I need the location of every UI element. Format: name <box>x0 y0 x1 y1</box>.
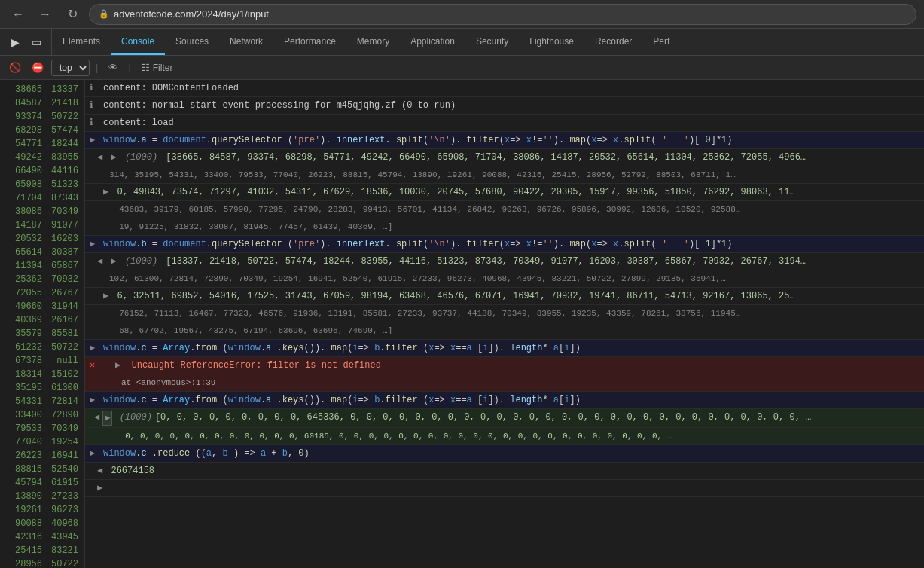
list-item: 7704019254 <box>0 435 84 449</box>
browser-bar: ← → ↻ 🔒 adventofcode.com/2024/day/1/inpu… <box>0 0 924 29</box>
list-item: 4924283955 <box>0 151 84 164</box>
list-item: 2053216203 <box>0 232 84 246</box>
list-item: 5477118244 <box>0 137 84 151</box>
list-item: 6649044116 <box>0 164 84 178</box>
back-button[interactable]: ← <box>8 4 29 25</box>
list-item: 2536270932 <box>0 273 84 286</box>
tab-list: Elements Console Sources Network Perform… <box>52 29 680 55</box>
console-output[interactable]: ℹ content: DOMContentLoaded ℹ content: n… <box>85 80 924 568</box>
list-item: 9337450722 <box>0 110 84 124</box>
list-item: 1926196273 <box>0 503 84 517</box>
console-error-1b: at <anonymous>:1:39 <box>85 374 924 392</box>
final-value: 26674158 <box>111 466 154 476</box>
list-item: 3340072890 <box>0 408 84 422</box>
inspect-icon[interactable]: ▶ <box>6 33 24 51</box>
toolbar-separator: | <box>96 62 98 73</box>
tab-sources[interactable]: Sources <box>165 29 219 55</box>
list-item: 4966031944 <box>0 300 84 313</box>
cmd-prefix-4: ▶ <box>90 393 95 407</box>
console-cmd-2: ▶ window.b = document.querySelector ('pr… <box>85 236 924 253</box>
tab-lighthouse[interactable]: Lighthouse <box>519 29 584 55</box>
list-item: 1130465867 <box>0 259 84 273</box>
list-item: 5433172814 <box>0 395 84 408</box>
console-cmd-1: ▶ window.a = document.querySelector ('pr… <box>85 132 924 149</box>
url-text: adventofcode.com/2024/day/1/input <box>114 8 269 20</box>
filter-button[interactable]: ☷ Filter <box>137 61 178 75</box>
console-result-4: ◀ ▶ (1000) [0, 0, 0, 0, 0, 0, 0, 0, 0, 6… <box>85 409 924 428</box>
left-numbers-panel: 3866513337845872141893374507226829857474… <box>0 80 85 568</box>
info-prefix-2: ℹ <box>90 99 93 112</box>
list-item: 4579461915 <box>0 476 84 490</box>
list-item: 3557985581 <box>0 327 84 340</box>
tab-security[interactable]: Security <box>465 29 519 55</box>
devtools-panel: ▶ ▭ Elements Console Sources Network Per… <box>0 29 924 568</box>
filter-toggle-button[interactable]: ⛔ <box>29 59 47 77</box>
console-error-1: ✕ ▶ Uncaught ReferenceError: filter is n… <box>85 357 924 374</box>
tab-perf2[interactable]: Perf <box>642 29 680 55</box>
list-item: 9008840968 <box>0 517 84 530</box>
list-item: 6829857474 <box>0 124 84 137</box>
console-result-1c: ▶ 0, 49843, 73574, 71297, 41032, 54311, … <box>85 184 924 201</box>
console-result-1b: 314, 35195, 54331, 33400, 79533, 77040, … <box>85 166 924 184</box>
clear-console-button[interactable]: 🚫 <box>6 59 24 77</box>
cmd-prefix-2: ▶ <box>90 237 95 251</box>
console-result-1: ◀ ▶ (1000) [38665, 84587, 93374, 68298, … <box>85 149 924 166</box>
list-item: 2541583221 <box>0 544 84 557</box>
list-item: 6123250722 <box>0 340 84 354</box>
list-item: 8458721418 <box>0 96 84 110</box>
cmd-prefix-3: ▶ <box>90 341 95 355</box>
list-item: 3519561300 <box>0 381 84 395</box>
tab-elements[interactable]: Elements <box>52 29 111 55</box>
list-item: 6561430387 <box>0 246 84 259</box>
list-item: 1831415102 <box>0 368 84 381</box>
console-toolbar: 🚫 ⛔ top | 👁 | ☷ Filter <box>0 56 924 80</box>
list-item: 2895650722 <box>0 557 84 568</box>
eye-icon-button[interactable]: 👁 <box>104 59 122 77</box>
list-item: 2622316941 <box>0 449 84 463</box>
tab-recorder[interactable]: Recorder <box>584 29 642 55</box>
info-prefix-1: ℹ <box>90 81 93 95</box>
cmd-prefix-1: ▶ <box>90 133 95 147</box>
toolbar-separator2: | <box>128 62 130 73</box>
console-prompt[interactable]: ▶ <box>85 480 924 497</box>
context-dropdown[interactable]: top <box>51 60 90 76</box>
console-result-2e: 68, 67702, 19567, 43275, 67194, 63696, 6… <box>85 322 924 340</box>
device-icon[interactable]: ▭ <box>27 33 45 51</box>
tab-performance[interactable]: Performance <box>273 29 346 55</box>
url-bar[interactable]: 🔒 adventofcode.com/2024/day/1/input <box>89 4 916 25</box>
list-item: 4231643945 <box>0 530 84 544</box>
tab-memory[interactable]: Memory <box>346 29 400 55</box>
list-item: 1418791077 <box>0 218 84 232</box>
filter-label: Filter <box>153 63 173 73</box>
reload-button[interactable]: ↻ <box>62 4 83 25</box>
list-item: 3808670349 <box>0 205 84 218</box>
console-result-2b: 102, 61300, 72814, 72890, 70349, 19254, … <box>85 270 924 288</box>
list-item: 1389027233 <box>0 490 84 503</box>
lock-icon: 🔒 <box>99 9 109 19</box>
console-info-1: ℹ content: DOMContentLoaded <box>85 80 924 97</box>
list-item: 7170487343 <box>0 191 84 205</box>
prompt-arrow: ▶ <box>97 483 102 493</box>
console-result-4b: 0, 0, 0, 0, 0, 0, 0, 0, 0, 0, 0, 0, 6018… <box>85 428 924 445</box>
console-result-1d: 43683, 39179, 60185, 57990, 77295, 24790… <box>85 201 924 218</box>
cmd-prefix-5: ▶ <box>90 447 95 460</box>
list-item: 67378null <box>0 354 84 368</box>
console-info-2: ℹ content: normal start event processing… <box>85 97 924 115</box>
tab-console[interactable]: Console <box>111 29 165 55</box>
console-result-2c: ▶ 6, 32511, 69852, 54016, 17525, 31743, … <box>85 288 924 305</box>
list-item: 7953370349 <box>0 422 84 435</box>
console-result-1e: 19, 91225, 31832, 38087, 81945, 77457, 6… <box>85 218 924 236</box>
error-icon: ✕ <box>90 359 95 372</box>
main-area: 3866513337845872141893374507226829857474… <box>0 80 924 568</box>
tab-network[interactable]: Network <box>219 29 273 55</box>
list-item: 6590851323 <box>0 178 84 191</box>
tab-application[interactable]: Application <box>400 29 465 55</box>
console-cmd-3: ▶ window.c = Array.from (window.a .keys(… <box>85 340 924 357</box>
console-cmd-5: ▶ window.c .reduce ((a, b ) => a + b, 0) <box>85 445 924 463</box>
list-item: 4036926167 <box>0 313 84 327</box>
console-cmd-4: ▶ window.c = Array.from (window.a .keys(… <box>85 392 924 409</box>
filter-icon: ☷ <box>142 63 150 73</box>
info-prefix-3: ℹ <box>90 116 93 130</box>
list-item: 8881552540 <box>0 463 84 476</box>
forward-button[interactable]: → <box>35 4 56 25</box>
